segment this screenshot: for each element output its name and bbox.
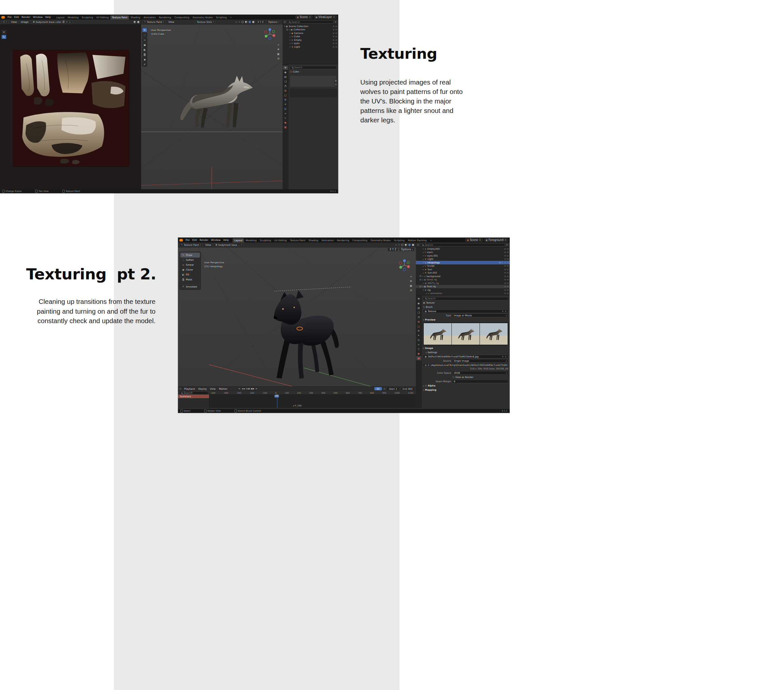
timeline-menu[interactable]: Marker <box>217 388 229 390</box>
visibility-toggles[interactable]: ⊙⊡ <box>504 251 509 253</box>
timeline-menu[interactable]: Playback <box>183 388 196 390</box>
shading-rendered-icon[interactable] <box>252 21 254 23</box>
render-toggle-icon[interactable]: ⊡ <box>507 275 509 278</box>
checkbox-icon[interactable]: ☐ <box>453 376 455 379</box>
outliner-row[interactable]: ☑▾▤final rig⊙⊡ <box>416 285 510 289</box>
workspace-tab[interactable]: + <box>428 238 433 243</box>
snap-magnet-icon[interactable]: ∪ <box>239 21 240 23</box>
image-datablock-selector[interactable]: ▦ bodymesh base color 2 ✦ × <box>31 20 72 24</box>
summary-channel[interactable]: Summary <box>178 394 209 398</box>
menu-item[interactable]: File <box>184 238 191 242</box>
expand-icon[interactable]: ▸ <box>422 248 425 250</box>
render-toggle-icon[interactable]: ⊡ <box>336 42 337 44</box>
outliner-row[interactable]: ▾▤Scene Collection⊙⊡ <box>283 25 338 28</box>
physics-props-tab[interactable]: ◎ <box>416 338 422 342</box>
menu-item[interactable]: Help <box>222 238 230 242</box>
outliner-editor-icon[interactable]: ≡ <box>284 21 285 23</box>
material-props-tab[interactable]: ◉ <box>283 120 288 125</box>
texture-props-tab[interactable]: ▦ <box>283 125 288 129</box>
frame-end-field[interactable]: End 800 <box>401 387 415 390</box>
expand-icon[interactable]: ▸ <box>422 265 425 267</box>
unlink-icon[interactable]: × <box>505 355 507 358</box>
visibility-toggles[interactable]: ⊙⊡ <box>504 255 509 257</box>
world-props-tab[interactable]: ◍ <box>416 320 422 324</box>
object-props-tab[interactable]: ▢ <box>283 93 288 97</box>
outliner-row[interactable]: ▸+Empty⊙⊡ <box>283 38 338 42</box>
outliner-row[interactable]: ▸▽eyes⊙⊡ <box>416 251 510 254</box>
timeline-menu[interactable]: Keying <box>197 388 208 390</box>
orientation-icon[interactable]: ⊥ <box>236 21 237 23</box>
tool-row[interactable]: ✎Draw <box>180 253 200 258</box>
render-toggle-icon[interactable]: ⊡ <box>507 289 509 291</box>
eye-toggle-icon[interactable]: ⊙ <box>333 35 334 38</box>
editor-type-button[interactable]: ◱ ▾ <box>1 20 8 24</box>
smear-tool[interactable]: ≈ <box>142 38 147 42</box>
timeline-tracks[interactable]: Summary ◆ ◆ 25 ⌂ F_159 <box>178 394 416 408</box>
eye-toggle-icon[interactable]: ⊙ <box>504 271 506 274</box>
workspace-tab[interactable]: Sculpting <box>81 15 95 20</box>
channels-icon[interactable] <box>133 21 136 23</box>
type-value[interactable]: Image or Movie ▾ <box>452 314 508 317</box>
filepath-field[interactable]: ▤ //..\AppData\Local\Temp\Downloads\260f… <box>423 363 508 367</box>
eye-toggle-icon[interactable]: ⊙ <box>504 258 506 260</box>
eye-toggle-icon[interactable]: ⊙ <box>504 292 506 294</box>
auto-keying-icon[interactable]: ◷ <box>384 388 385 390</box>
visibility-toggles[interactable]: ⊙⊡ <box>504 265 509 267</box>
timeline-ruler[interactable]: Search -500-400-300-200-1000100200300400… <box>178 391 416 394</box>
visibility-toggles[interactable]: ⊙⊡ <box>504 275 509 278</box>
tool-row[interactable]: ◧Fill <box>180 272 200 277</box>
filter-icon[interactable]: ≡ <box>335 21 336 23</box>
tool-row[interactable]: ◌Soften <box>180 258 200 263</box>
expand-icon[interactable]: ▾ <box>288 29 291 31</box>
render-toggle-icon[interactable]: ⊡ <box>507 265 509 267</box>
expand-icon[interactable]: ▸ <box>289 36 292 38</box>
add-button[interactable]: + <box>334 79 338 82</box>
scene-selector[interactable]: ▤ Scene × <box>465 238 483 242</box>
shading-wireframe-icon[interactable] <box>401 244 404 246</box>
tool-row[interactable]: ▣Clone <box>180 267 200 272</box>
mode-selector[interactable]: ✎ Texture Paint ▾ <box>180 243 203 247</box>
constraints-props-tab[interactable]: ∞ <box>416 342 422 347</box>
viewlayer-props-tab[interactable]: ❏ <box>416 310 422 315</box>
visibility-toggles[interactable]: ⊙⊡ <box>333 28 337 31</box>
render-toggle-icon[interactable]: ⊡ <box>336 46 337 48</box>
workspace-tab[interactable]: Compositing <box>351 238 369 243</box>
modifier-props-tab[interactable]: ⚙ <box>416 329 422 333</box>
orientation-icon[interactable]: ⊥ <box>395 243 397 246</box>
close-icon[interactable]: × <box>479 238 481 242</box>
eye-toggle-icon[interactable]: ⊙ <box>333 25 334 28</box>
jump-end-button[interactable]: ⇥ <box>255 388 257 390</box>
workspace-tab[interactable]: Texture Paint <box>110 15 129 20</box>
menu-item[interactable]: Edit <box>191 238 199 242</box>
scene-props-tab[interactable]: ◔ <box>416 315 422 319</box>
eye-toggle-icon[interactable]: ⊙ <box>504 285 506 288</box>
channel-search[interactable]: Search <box>179 391 208 394</box>
workspace-tab[interactable]: Modeling <box>66 15 80 20</box>
image-file-field[interactable]: ▣ 260fa31992bd089e7cedd70d401bb4c8.jpg ✦… <box>423 355 508 358</box>
viewport-3d[interactable]: X Y Z Options ▾ ✎Draw◌Soften≈Smear▣Clone… <box>178 247 416 386</box>
breadcrumb-label[interactable]: Texture <box>426 301 435 304</box>
wolf-model[interactable] <box>252 276 341 386</box>
eye-toggle-icon[interactable]: ⊙ <box>333 32 334 34</box>
render-toggle-icon[interactable]: ⊡ <box>336 28 337 31</box>
tool-row[interactable]: ✐Annotate <box>180 284 200 289</box>
preview-section-header[interactable]: ▾ Preview <box>423 317 508 322</box>
visibility-toggles[interactable]: ⊙⊡ <box>504 282 509 284</box>
shading-material-icon[interactable] <box>408 244 411 246</box>
workspace-tab[interactable]: Animation <box>320 238 335 243</box>
pan-hand-icon[interactable]: ❖ <box>408 279 413 283</box>
panel-list-box[interactable] <box>290 89 337 97</box>
axis-toggle[interactable]: X Y Z <box>256 20 265 24</box>
visibility-toggles[interactable]: ⊙⊡ <box>504 285 509 288</box>
workspace-tab[interactable]: Layout <box>54 15 66 20</box>
shading-solid-icon[interactable] <box>405 244 407 246</box>
brush-label[interactable]: Brush <box>426 306 433 309</box>
workspace-tab[interactable]: Geometry Nodes <box>369 238 393 243</box>
particles-props-tab[interactable]: ✦ <box>283 102 288 107</box>
physics-props-tab[interactable]: ◎ <box>283 107 288 111</box>
data-props-tab[interactable]: ▽ <box>416 347 422 351</box>
tool-row[interactable]: ▒Mask <box>180 277 200 282</box>
unlink-icon[interactable]: × <box>505 310 507 313</box>
options-button[interactable]: Options ▾ <box>399 248 415 251</box>
outliner-row[interactable]: ▸☀Sun⊙⊡ <box>416 268 510 271</box>
